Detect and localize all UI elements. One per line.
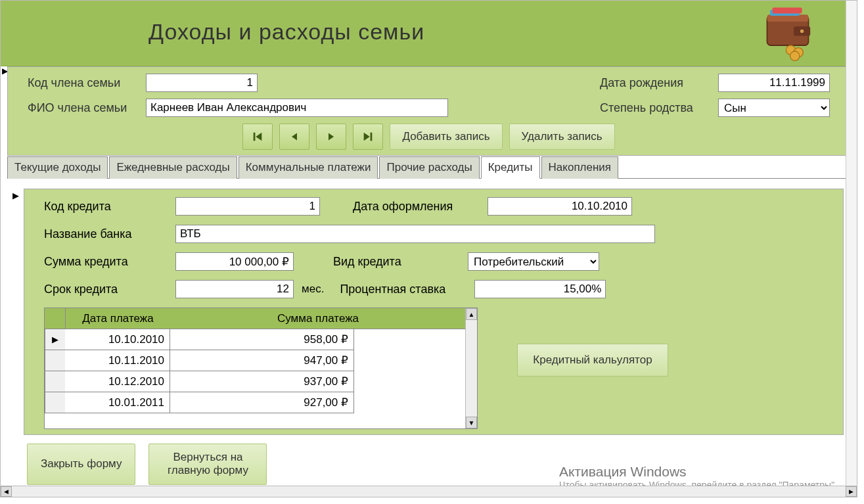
credit-sum-label: Сумма кредита [44,255,169,269]
credit-record-marker-icon: ▶ [12,191,19,200]
cell-date[interactable]: 10.11.2010 [65,350,170,371]
header-banner: Доходы и расходы семьи [1,1,857,66]
dob-label: Дата рождения [600,76,712,90]
back-to-main-button[interactable]: Вернуться на главную форму [148,444,267,485]
table-row[interactable]: ▶10.10.2010958,00 ₽ [45,329,465,350]
table-row[interactable]: 10.11.2010947,00 ₽ [45,350,465,371]
close-form-button[interactable]: Закрыть форму [27,444,135,485]
tab-content: ▶ Код кредита Дата оформления Название б… [7,179,850,438]
scroll-down-icon[interactable]: ▼ [466,417,477,428]
cell-date[interactable]: 10.12.2010 [65,371,170,392]
credit-sum-input[interactable] [175,252,294,271]
term-unit-label: мес. [302,283,324,296]
credit-date-input[interactable] [488,197,632,216]
svg-marker-12 [329,133,334,140]
tab-bar: Текущие доходы Ежедневные расходы Коммун… [7,156,850,179]
tab-other-expenses[interactable]: Прочие расходы [379,156,479,179]
relationship-label: Степень родства [600,101,712,115]
row-selector[interactable] [45,392,66,413]
window-vscroll[interactable] [846,1,857,486]
col-payment-sum[interactable]: Сумма платежа [171,312,465,325]
tab-utilities[interactable]: Коммунальные платежи [239,156,378,179]
credit-code-input[interactable] [175,197,320,216]
cell-date[interactable]: 10.10.2010 [65,329,170,350]
table-row[interactable]: 10.01.2011927,00 ₽ [45,392,465,413]
credit-rate-input[interactable] [474,280,606,298]
svg-rect-14 [371,133,373,141]
tab-income[interactable]: Текущие доходы [7,156,108,179]
col-payment-date[interactable]: Дата платежа [66,312,171,325]
row-selector[interactable] [45,371,66,392]
wallet-icon [758,4,817,63]
main-frame: Доходы и расходы семьи ▶ Код члена семьи… [0,0,857,497]
scroll-up-icon[interactable]: ▲ [466,308,477,320]
row-selector[interactable]: ▶ [45,329,66,350]
hscroll-right-icon[interactable]: ▶ [846,486,857,497]
activation-title: Активация Windows [559,464,837,480]
cell-sum[interactable]: 937,00 ₽ [170,371,354,392]
dob-input[interactable] [718,74,830,92]
svg-marker-13 [364,133,370,141]
nav-next-button[interactable] [316,124,346,150]
payments-table: Дата платежа Сумма платежа ▶10.10.201095… [44,308,478,429]
svg-point-3 [800,30,804,33]
credit-term-input[interactable] [175,280,294,298]
cell-date[interactable]: 10.01.2011 [65,392,170,413]
svg-rect-9 [254,133,256,141]
credit-code-label: Код кредита [44,200,169,214]
page-title: Доходы и расходы семьи [148,19,424,45]
svg-marker-11 [292,133,297,140]
credit-term-label: Срок кредита [44,283,169,296]
tab-savings[interactable]: Накопления [541,156,618,179]
member-form: Код члена семьи Дата рождения ФИО члена … [7,66,850,156]
hscroll-left-icon[interactable]: ◀ [1,486,12,497]
credit-type-label: Вид кредита [333,255,461,269]
window-hscroll[interactable]: ◀ ▶ [1,486,857,497]
cell-sum[interactable]: 958,00 ₽ [170,329,354,350]
member-code-input[interactable] [146,74,258,92]
fio-input[interactable] [146,99,448,117]
svg-marker-10 [256,133,262,141]
bank-name-input[interactable] [175,225,655,243]
table-row[interactable]: 10.12.2010937,00 ₽ [45,371,465,392]
fio-label: ФИО члена семьи [28,101,139,115]
cell-sum[interactable]: 947,00 ₽ [170,350,354,371]
credit-type-select[interactable]: Потребительский [468,252,599,271]
nav-prev-button[interactable] [279,124,309,150]
credit-panel: Код кредита Дата оформления Название бан… [24,189,844,435]
table-scrollbar[interactable]: ▲ ▼ [465,308,477,428]
bank-name-label: Название банка [44,227,169,241]
tab-credits[interactable]: Кредиты [481,156,540,179]
credit-rate-label: Процентная ставка [340,283,468,296]
relationship-select[interactable]: Сын [718,99,830,117]
nav-last-button[interactable] [353,124,383,150]
nav-first-button[interactable] [242,124,273,150]
delete-record-button[interactable]: Удалить запись [509,124,615,150]
add-record-button[interactable]: Добавить запись [390,124,502,150]
svg-rect-8 [773,7,802,13]
member-code-label: Код члена семьи [28,76,139,90]
tab-daily-expenses[interactable]: Ежедневные расходы [109,156,237,179]
credit-date-label: Дата оформления [353,200,481,214]
row-selector[interactable] [45,350,66,371]
cell-sum[interactable]: 927,00 ₽ [170,392,354,413]
svg-point-6 [790,51,800,60]
credit-calculator-button[interactable]: Кредитный кальулятор [517,344,668,377]
